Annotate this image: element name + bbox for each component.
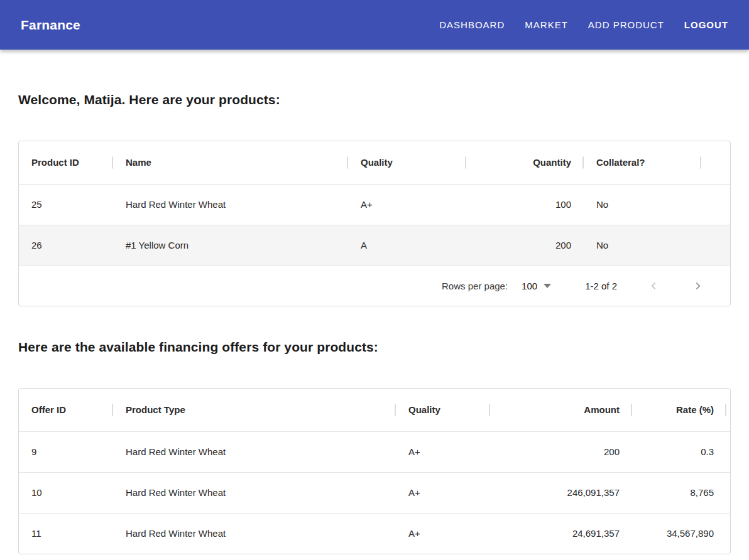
nav-item-dashboard[interactable]: DASHBOARD [439,19,505,30]
cell-product-id: 26 [19,225,113,266]
column-header-name: Name [113,141,348,184]
cell-offer-id: 10 [19,472,113,513]
rows-per-page-value: 100 [522,281,537,291]
offers-heading: Here are the available financing offers … [18,340,731,355]
next-page-button[interactable] [690,279,705,294]
cell-quality: A+ [396,472,490,513]
cell-collateral: No [584,225,701,266]
cell-rate: 34,567,890 [632,513,726,554]
products-table-card: Product ID Name Quality Quantity Collate… [18,141,731,306]
cell-rate: 0.3 [632,431,726,472]
cell-product-type: Hard Red Winter Wheat [113,472,396,513]
cell-quality: A+ [396,431,490,472]
nav-item-add-product[interactable]: ADD PRODUCT [588,19,664,30]
nav-item-logout[interactable]: LOGOUT [684,19,728,30]
column-header-product-type: Product Type [113,389,396,431]
products-heading: Welcome, Matija. Here are your products: [18,92,731,107]
navbar: Farnance DASHBOARD MARKET ADD PRODUCT LO… [0,0,749,50]
cell-amount: 200 [490,431,632,472]
cell-quality: A+ [348,184,466,225]
table-row: 9 Hard Red Winter Wheat A+ 200 0.3 [19,431,730,472]
cell-amount: 246,091,357 [490,472,632,513]
cell-amount: 24,691,357 [490,513,632,554]
column-header-quality: Quality [348,141,466,184]
cell-product-type: Hard Red Winter Wheat [113,431,396,472]
cell-name: Hard Red Winter Wheat [113,184,348,225]
table-row: 11 Hard Red Winter Wheat A+ 24,691,357 3… [19,513,730,554]
cell-product-type: Hard Red Winter Wheat [113,513,396,554]
table-row: 10 Hard Red Winter Wheat A+ 246,091,357 … [19,472,730,513]
column-header-product-id: Product ID [19,141,113,184]
rows-per-page-select[interactable]: 100 [522,281,551,291]
nav-item-market[interactable]: MARKET [525,19,568,30]
cell-quality: A+ [396,513,490,554]
cell-product-id: 25 [19,184,113,225]
app-title[interactable]: Farnance [21,18,80,33]
cell-offer-id: 9 [19,431,113,472]
cell-quantity: 100 [466,184,584,225]
products-table-header-row: Product ID Name Quality Quantity Collate… [19,141,730,184]
offers-table-header-row: Offer ID Product Type Quality Amount Rat… [19,389,730,431]
column-header-spacer [726,389,730,431]
cell-name: #1 Yellow Corn [113,225,348,266]
column-header-offer-id: Offer ID [19,389,113,431]
chevron-right-icon [692,281,703,291]
chevron-left-icon [648,281,659,291]
offers-table: Offer ID Product Type Quality Amount Rat… [19,389,730,554]
main-content: Welcome, Matija. Here are your products:… [0,92,749,554]
cell-offer-id: 11 [19,513,113,554]
table-row: 26 #1 Yellow Corn A 200 No [19,225,730,266]
prev-page-button[interactable] [646,279,661,294]
dropdown-arrow-icon [544,284,551,288]
column-header-spacer [701,141,730,184]
products-table-pagination: Rows per page: 100 1-2 of 2 [19,266,730,306]
products-table: Product ID Name Quality Quantity Collate… [19,141,730,266]
nav-links: DASHBOARD MARKET ADD PRODUCT LOGOUT [439,19,728,30]
cell-collateral: No [584,184,701,225]
pagination-range-label: 1-2 of 2 [585,281,617,291]
cell-quality: A [348,225,466,266]
cell-quantity: 200 [466,225,584,266]
column-header-quality: Quality [396,389,490,431]
offers-table-card: Offer ID Product Type Quality Amount Rat… [18,388,731,554]
cell-rate: 8,765 [632,472,726,513]
column-header-rate: Rate (%) [632,389,726,431]
column-header-quantity: Quantity [466,141,584,184]
rows-per-page-label: Rows per page: [442,281,508,291]
column-header-amount: Amount [490,389,632,431]
table-row: 25 Hard Red Winter Wheat A+ 100 No [19,184,730,225]
column-header-collateral: Collateral? [584,141,701,184]
